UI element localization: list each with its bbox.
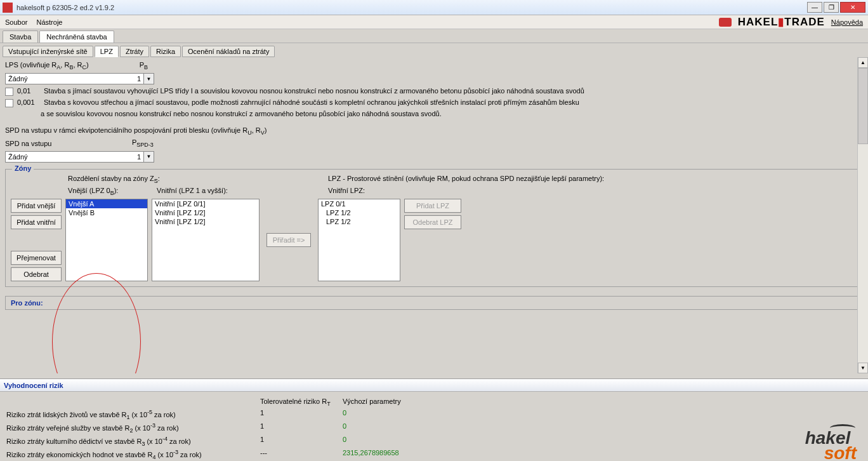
chk-0001[interactable]: [5, 99, 13, 107]
chk-001[interactable]: [5, 88, 13, 96]
eval-row: Riziko ztrát lidských životů ve stavbě R…: [6, 409, 862, 420]
lps-title: LPS (ovlivňuje RA, RB, RC): [5, 61, 89, 70]
scroll-up-button[interactable]: ▲: [858, 57, 868, 68]
list-item[interactable]: LPZ 1/2: [319, 217, 400, 226]
subtab-rizika[interactable]: Rizika: [150, 46, 181, 57]
chk-001-val: 0,01: [17, 87, 40, 95]
listbox-lpz[interactable]: LPZ 0/1 LPZ 1/2 LPZ 1/2: [318, 199, 400, 281]
subtab-ztraty[interactable]: Ztráty: [120, 46, 149, 57]
eval-header: Vyhodnocení rizik: [0, 379, 868, 392]
col-vnitrni-label: Vnitřní (LPZ 1 a vyšší):: [157, 187, 328, 196]
eval-row: Riziko ztráty kulturního dědictví ve sta…: [6, 436, 862, 447]
chk-0001-text: Stavba s kovovou střechou a jímací soust…: [44, 98, 579, 106]
subtab-oceneni[interactable]: Ocenění nákladů na ztráty: [182, 46, 275, 57]
btn-odebrat[interactable]: Odebrat: [11, 267, 62, 281]
spd-p-label: PSPD-3: [132, 138, 154, 148]
footer-logo: hakelsoft: [805, 431, 857, 461]
tab-stavba[interactable]: Stavba: [3, 30, 38, 43]
list-item[interactable]: Vnitřní [LPZ 1/2]: [152, 217, 259, 226]
main-tabstrip: Stavba Nechráněná stavba: [0, 29, 868, 43]
content-area: LPS (ovlivňuje RA, RB, RC) PB Žádný 1 ▼ …: [0, 57, 868, 373]
scroll-thumb[interactable]: [858, 68, 868, 144]
list-item[interactable]: LPZ 1/2: [319, 208, 400, 217]
menu-tools[interactable]: Nástroje: [36, 18, 62, 26]
btn-odebrat-lpz[interactable]: Odebrat LPZ: [404, 215, 461, 229]
eval-row: Riziko ztráty veřejné služby ve stavbě R…: [6, 422, 862, 434]
close-button[interactable]: ✕: [840, 2, 865, 13]
list-item[interactable]: Vnější A: [66, 199, 147, 208]
listbox-vnitrni[interactable]: Vnitřní [LPZ 0/1] Vnitřní [LPZ 1/2] Vnit…: [152, 199, 260, 281]
list-item[interactable]: Vnitřní [LPZ 0/1]: [152, 199, 259, 208]
lps-pb-label: PB: [140, 61, 148, 70]
btn-priradit[interactable]: Přiřadit =>: [266, 233, 311, 247]
menu-file[interactable]: Soubor: [5, 18, 27, 26]
listbox-vnejsi[interactable]: Vnější A Vnější B: [65, 199, 148, 281]
col-lpz-label: Vnitřní LPZ:: [328, 187, 430, 196]
btn-pridat-lpz[interactable]: Přidat LPZ: [404, 199, 461, 213]
minimize-button[interactable]: —: [807, 2, 822, 13]
window-title: hakelsoft p 62305-2 ed.2 v1.9.2: [16, 4, 806, 11]
subtab-vstupujici[interactable]: Vstupující inženýrské sítě: [3, 46, 93, 57]
zones-fieldset: Zóny Rozdělení stavby na zóny ZS: LPZ - …: [5, 169, 863, 287]
btn-pridat-vnejsi[interactable]: Přidat vnější: [11, 199, 62, 213]
brand-text: HAKEL▮TRADE: [738, 15, 825, 29]
chevron-down-icon[interactable]: ▼: [143, 152, 154, 162]
tab-nechranena-stavba[interactable]: Nechráněná stavba: [39, 30, 114, 43]
zones-lpz-stineni-label: LPZ - Prostorové stínění (ovlivňuje RM, …: [328, 175, 604, 184]
titlebar: hakelsoft p 62305-2 ed.2 v1.9.2 — ❐ ✕: [0, 0, 868, 15]
subtab-lpz[interactable]: LPZ: [95, 46, 119, 57]
app-icon: [3, 3, 13, 13]
spd-dropdown[interactable]: Žádný 1 ▼: [5, 151, 154, 163]
list-item[interactable]: Vnitřní [LPZ 1/2]: [152, 208, 259, 217]
btn-pridat-vnitrni[interactable]: Přidat vnitřní: [11, 215, 62, 229]
eval-header-row: Tolerovatelné riziko RT Výchozí parametr…: [6, 398, 862, 407]
chevron-down-icon[interactable]: ▼: [143, 74, 154, 84]
scroll-down-button[interactable]: ▼: [858, 363, 868, 373]
chk-001-text: Stavba s jímací soustavou vyhovující LPS…: [44, 87, 584, 95]
scrollbar-vertical[interactable]: ▲ ▼: [857, 57, 868, 373]
chk-0001-cont: a se souvislou kovovou nosnou konstrukcí…: [41, 110, 863, 117]
zones-legend: Zóny: [12, 164, 34, 172]
list-item[interactable]: LPZ 0/1: [319, 199, 400, 208]
lps-dropdown[interactable]: Žádný 1 ▼: [5, 73, 154, 84]
spd-label: SPD na vstupu: [5, 140, 132, 147]
eval-panel: Vyhodnocení rizik Tolerovatelné riziko R…: [0, 378, 868, 461]
col-vnejsi-label: Vnější (LPZ 0B):: [68, 187, 157, 196]
sub-tabstrip: Vstupující inženýrské sítě LPZ Ztráty Ri…: [0, 43, 868, 57]
maximize-button[interactable]: ❐: [824, 2, 839, 13]
zones-rozdeleni-label: Rozdělení stavby na zóny ZS:: [68, 175, 328, 184]
brand-icon: [719, 18, 732, 27]
menu-help[interactable]: Nápověda: [831, 18, 863, 26]
pro-zonu-section: Pro zónu:: [5, 296, 863, 310]
eval-row: Riziko ztráty ekonomických hodnot ve sta…: [6, 449, 862, 460]
pro-zonu-label: Pro zónu:: [11, 299, 43, 307]
chk-0001-val: 0,001: [17, 98, 40, 106]
btn-prejmenovat[interactable]: Přejmenovat: [11, 251, 62, 265]
list-item[interactable]: Vnější B: [66, 208, 147, 217]
spd-heading: SPD na vstupu v rámci ekvipotenciálního …: [5, 126, 863, 136]
menubar: Soubor Nástroje HAKEL▮TRADE Nápověda: [0, 15, 868, 29]
